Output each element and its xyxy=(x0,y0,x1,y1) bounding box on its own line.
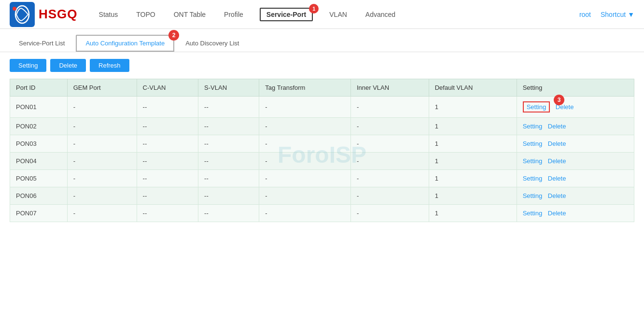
cell-actions: Setting Delete xyxy=(517,187,634,205)
cell-default-vlan: 1 xyxy=(429,205,517,222)
cell-gem-port: - xyxy=(67,205,137,222)
col-s-vlan: S-VLAN xyxy=(198,79,259,97)
col-port-id: Port ID xyxy=(10,79,68,97)
cell-port-id: PON05 xyxy=(10,170,68,187)
table-row: PON02 - -- -- - - 1 Setting Delete xyxy=(10,118,634,135)
cell-c-vlan: -- xyxy=(137,170,198,187)
cell-inner-vlan: - xyxy=(350,205,429,222)
chevron-down-icon: ▼ xyxy=(628,11,634,18)
cell-s-vlan: -- xyxy=(198,205,259,222)
cell-c-vlan: -- xyxy=(137,118,198,135)
tab-auto-discovery-list-label: Auto Discovery List xyxy=(185,40,239,47)
cell-s-vlan: -- xyxy=(198,97,259,118)
cell-default-vlan: 1 xyxy=(429,118,517,135)
badge-1: 1 xyxy=(309,4,319,14)
nav-service-port[interactable]: Service-Port1 xyxy=(260,8,313,21)
table-header: Port ID GEM Port C-VLAN S-VLAN Tag Trans… xyxy=(10,79,634,97)
nav-status[interactable]: Status xyxy=(97,2,120,27)
cell-inner-vlan: - xyxy=(350,97,429,118)
cell-c-vlan: -- xyxy=(137,97,198,118)
cell-tag-transform: - xyxy=(259,153,351,170)
row-setting-button[interactable]: Setting xyxy=(523,140,542,147)
table-row: PON07 - -- -- - - 1 Setting Delete xyxy=(10,205,634,222)
cell-c-vlan: -- xyxy=(137,205,198,222)
cell-default-vlan: 1 xyxy=(429,153,517,170)
nav-vlan[interactable]: VLAN xyxy=(327,2,349,27)
cell-gem-port: - xyxy=(67,153,137,170)
row-delete-button[interactable]: Delete xyxy=(548,210,566,217)
cell-actions: Setting Delete xyxy=(517,135,634,153)
nav-ont-table[interactable]: ONT Table xyxy=(172,2,208,27)
refresh-button[interactable]: Refresh xyxy=(90,59,129,72)
logo-icon xyxy=(10,2,35,27)
table-row: PON03 - -- -- - - 1 Setting Delete xyxy=(10,135,634,153)
cell-default-vlan: 1 xyxy=(429,170,517,187)
cell-s-vlan: -- xyxy=(198,135,259,153)
cell-tag-transform: - xyxy=(259,135,351,153)
cell-s-vlan: -- xyxy=(198,118,259,135)
toolbar: Setting Delete Refresh xyxy=(0,52,644,79)
col-default-vlan: Default VLAN xyxy=(429,79,517,97)
cell-gem-port: - xyxy=(67,118,137,135)
row-setting-button[interactable]: Setting xyxy=(523,210,542,217)
cell-actions: Setting Delete xyxy=(517,170,634,187)
col-tag-transform: Tag Transform xyxy=(259,79,351,97)
cell-port-id: PON07 xyxy=(10,205,68,222)
cell-tag-transform: - xyxy=(259,187,351,205)
cell-tag-transform: - xyxy=(259,118,351,135)
row-setting-button[interactable]: Setting xyxy=(523,157,542,165)
cell-tag-transform: - xyxy=(259,97,351,118)
row-setting-button[interactable]: Setting xyxy=(523,123,542,130)
nav-profile[interactable]: Profile xyxy=(222,2,245,27)
col-gem-port: GEM Port xyxy=(67,79,137,97)
cell-c-vlan: -- xyxy=(137,153,198,170)
cell-actions: Setting Delete xyxy=(517,118,634,135)
cell-inner-vlan: - xyxy=(350,187,429,205)
table-row: PON04 - -- -- - - 1 Setting Delete xyxy=(10,153,634,170)
row-delete-button[interactable]: Delete xyxy=(548,140,566,147)
table-body: PON01 - -- -- - - 1 Setting 3 Delete PON… xyxy=(10,97,634,222)
header: HSGQ Status TOPO ONT Table Profile Servi… xyxy=(0,0,644,29)
cell-inner-vlan: - xyxy=(350,153,429,170)
cell-tag-transform: - xyxy=(259,205,351,222)
cell-default-vlan: 1 xyxy=(429,97,517,118)
row-delete-button[interactable]: Delete xyxy=(548,192,566,199)
tab-auto-discovery-list[interactable]: Auto Discovery List xyxy=(176,35,248,51)
main-nav: Status TOPO ONT Table Profile Service-Po… xyxy=(97,2,579,27)
nav-root[interactable]: root xyxy=(579,11,591,18)
row-setting-button[interactable]: Setting xyxy=(523,192,542,199)
badge-3: 3 xyxy=(554,95,564,105)
cell-port-id: PON03 xyxy=(10,135,68,153)
cell-gem-port: - xyxy=(67,170,137,187)
cell-gem-port: - xyxy=(67,187,137,205)
cell-inner-vlan: - xyxy=(350,118,429,135)
cell-tag-transform: - xyxy=(259,170,351,187)
row-delete-button[interactable]: Delete xyxy=(548,123,566,130)
row-delete-button[interactable]: Delete xyxy=(548,157,566,165)
nav-advanced[interactable]: Advanced xyxy=(364,2,397,27)
tabs-bar: Service-Port List Auto Configuration Tem… xyxy=(0,29,644,52)
nav-shortcut[interactable]: Shortcut ▼ xyxy=(601,11,634,18)
cell-port-id: PON06 xyxy=(10,187,68,205)
nav-topo[interactable]: TOPO xyxy=(134,2,157,27)
cell-s-vlan: -- xyxy=(198,153,259,170)
table-row: PON06 - -- -- - - 1 Setting Delete xyxy=(10,187,634,205)
tab-auto-config-template[interactable]: Auto Configuration Template 2 xyxy=(76,35,174,52)
cell-gem-port: - xyxy=(67,97,137,118)
cell-actions: Setting Delete xyxy=(517,205,634,222)
table-container: Port ID GEM Port C-VLAN S-VLAN Tag Trans… xyxy=(0,79,644,222)
cell-c-vlan: -- xyxy=(137,187,198,205)
row-setting-button[interactable]: Setting xyxy=(523,175,542,182)
cell-c-vlan: -- xyxy=(137,135,198,153)
table-row: PON01 - -- -- - - 1 Setting 3 Delete xyxy=(10,97,634,118)
main-table: Port ID GEM Port C-VLAN S-VLAN Tag Trans… xyxy=(10,79,634,222)
setting-button[interactable]: Setting xyxy=(10,59,46,72)
row-setting-button[interactable]: Setting xyxy=(523,101,550,112)
cell-s-vlan: -- xyxy=(198,187,259,205)
delete-button[interactable]: Delete xyxy=(50,59,86,72)
row-delete-button[interactable]: Delete xyxy=(548,175,566,182)
tab-service-port-list-label: Service-Port List xyxy=(19,40,65,47)
tab-service-port-list[interactable]: Service-Port List xyxy=(10,35,74,51)
svg-point-2 xyxy=(13,7,16,11)
cell-gem-port: - xyxy=(67,135,137,153)
